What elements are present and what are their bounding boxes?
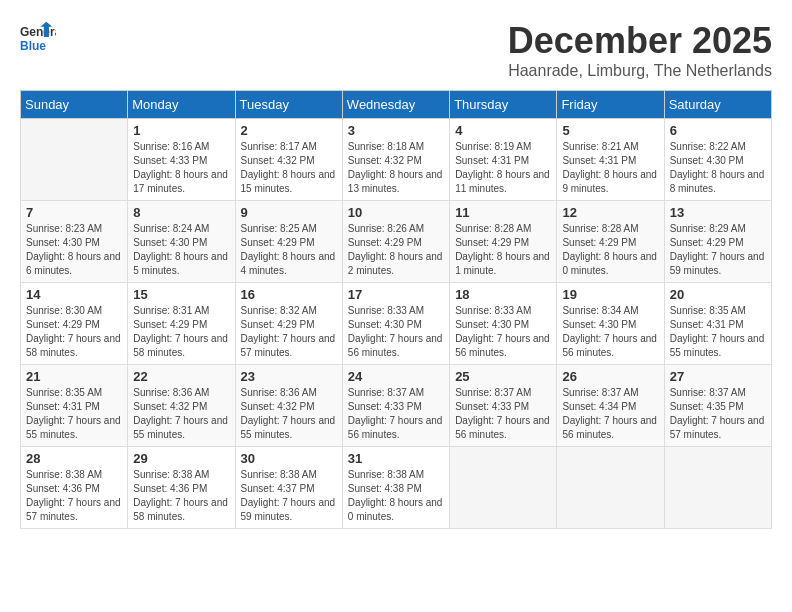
day-info: Sunrise: 8:32 AMSunset: 4:29 PMDaylight:…: [241, 304, 337, 360]
day-info: Sunrise: 8:25 AMSunset: 4:29 PMDaylight:…: [241, 222, 337, 278]
title-section: December 2025 Haanrade, Limburg, The Net…: [508, 20, 772, 80]
calendar-cell: 12 Sunrise: 8:28 AMSunset: 4:29 PMDaylig…: [557, 201, 664, 283]
calendar-cell: 1 Sunrise: 8:16 AMSunset: 4:33 PMDayligh…: [128, 119, 235, 201]
location: Haanrade, Limburg, The Netherlands: [508, 62, 772, 80]
day-number: 24: [348, 369, 444, 384]
day-info: Sunrise: 8:36 AMSunset: 4:32 PMDaylight:…: [133, 386, 229, 442]
calendar-cell: 3 Sunrise: 8:18 AMSunset: 4:32 PMDayligh…: [342, 119, 449, 201]
day-info: Sunrise: 8:17 AMSunset: 4:32 PMDaylight:…: [241, 140, 337, 196]
calendar-cell: 20 Sunrise: 8:35 AMSunset: 4:31 PMDaylig…: [664, 283, 771, 365]
month-title: December 2025: [508, 20, 772, 62]
day-number: 30: [241, 451, 337, 466]
day-number: 13: [670, 205, 766, 220]
header-day-friday: Friday: [557, 91, 664, 119]
day-info: Sunrise: 8:23 AMSunset: 4:30 PMDaylight:…: [26, 222, 122, 278]
logo: General Blue: [20, 20, 56, 56]
day-info: Sunrise: 8:28 AMSunset: 4:29 PMDaylight:…: [562, 222, 658, 278]
calendar-cell: [557, 447, 664, 529]
day-info: Sunrise: 8:30 AMSunset: 4:29 PMDaylight:…: [26, 304, 122, 360]
calendar-cell: 22 Sunrise: 8:36 AMSunset: 4:32 PMDaylig…: [128, 365, 235, 447]
calendar-cell: 18 Sunrise: 8:33 AMSunset: 4:30 PMDaylig…: [450, 283, 557, 365]
day-number: 7: [26, 205, 122, 220]
day-info: Sunrise: 8:26 AMSunset: 4:29 PMDaylight:…: [348, 222, 444, 278]
header-day-monday: Monday: [128, 91, 235, 119]
week-row-1: 1 Sunrise: 8:16 AMSunset: 4:33 PMDayligh…: [21, 119, 772, 201]
week-row-4: 21 Sunrise: 8:35 AMSunset: 4:31 PMDaylig…: [21, 365, 772, 447]
calendar-cell: 15 Sunrise: 8:31 AMSunset: 4:29 PMDaylig…: [128, 283, 235, 365]
day-info: Sunrise: 8:37 AMSunset: 4:35 PMDaylight:…: [670, 386, 766, 442]
header-day-saturday: Saturday: [664, 91, 771, 119]
day-info: Sunrise: 8:29 AMSunset: 4:29 PMDaylight:…: [670, 222, 766, 278]
day-info: Sunrise: 8:37 AMSunset: 4:34 PMDaylight:…: [562, 386, 658, 442]
calendar-cell: 28 Sunrise: 8:38 AMSunset: 4:36 PMDaylig…: [21, 447, 128, 529]
day-number: 28: [26, 451, 122, 466]
calendar-table: SundayMondayTuesdayWednesdayThursdayFrid…: [20, 90, 772, 529]
calendar-cell: 9 Sunrise: 8:25 AMSunset: 4:29 PMDayligh…: [235, 201, 342, 283]
header-day-tuesday: Tuesday: [235, 91, 342, 119]
calendar-cell: [664, 447, 771, 529]
day-number: 20: [670, 287, 766, 302]
header-day-sunday: Sunday: [21, 91, 128, 119]
day-number: 5: [562, 123, 658, 138]
day-info: Sunrise: 8:35 AMSunset: 4:31 PMDaylight:…: [26, 386, 122, 442]
day-info: Sunrise: 8:33 AMSunset: 4:30 PMDaylight:…: [348, 304, 444, 360]
day-number: 1: [133, 123, 229, 138]
svg-text:General: General: [20, 25, 56, 39]
calendar-cell: 7 Sunrise: 8:23 AMSunset: 4:30 PMDayligh…: [21, 201, 128, 283]
calendar-cell: 30 Sunrise: 8:38 AMSunset: 4:37 PMDaylig…: [235, 447, 342, 529]
calendar-cell: 13 Sunrise: 8:29 AMSunset: 4:29 PMDaylig…: [664, 201, 771, 283]
calendar-cell: 5 Sunrise: 8:21 AMSunset: 4:31 PMDayligh…: [557, 119, 664, 201]
week-row-5: 28 Sunrise: 8:38 AMSunset: 4:36 PMDaylig…: [21, 447, 772, 529]
header-day-thursday: Thursday: [450, 91, 557, 119]
day-info: Sunrise: 8:19 AMSunset: 4:31 PMDaylight:…: [455, 140, 551, 196]
header-day-wednesday: Wednesday: [342, 91, 449, 119]
day-info: Sunrise: 8:31 AMSunset: 4:29 PMDaylight:…: [133, 304, 229, 360]
header-row: SundayMondayTuesdayWednesdayThursdayFrid…: [21, 91, 772, 119]
day-info: Sunrise: 8:22 AMSunset: 4:30 PMDaylight:…: [670, 140, 766, 196]
day-number: 31: [348, 451, 444, 466]
day-number: 17: [348, 287, 444, 302]
calendar-cell: 10 Sunrise: 8:26 AMSunset: 4:29 PMDaylig…: [342, 201, 449, 283]
calendar-cell: 2 Sunrise: 8:17 AMSunset: 4:32 PMDayligh…: [235, 119, 342, 201]
day-number: 15: [133, 287, 229, 302]
day-info: Sunrise: 8:21 AMSunset: 4:31 PMDaylight:…: [562, 140, 658, 196]
day-number: 14: [26, 287, 122, 302]
day-number: 27: [670, 369, 766, 384]
day-info: Sunrise: 8:38 AMSunset: 4:38 PMDaylight:…: [348, 468, 444, 524]
day-info: Sunrise: 8:36 AMSunset: 4:32 PMDaylight:…: [241, 386, 337, 442]
page-header: General Blue December 2025 Haanrade, Lim…: [20, 20, 772, 80]
day-number: 25: [455, 369, 551, 384]
day-number: 18: [455, 287, 551, 302]
calendar-cell: 17 Sunrise: 8:33 AMSunset: 4:30 PMDaylig…: [342, 283, 449, 365]
day-info: Sunrise: 8:37 AMSunset: 4:33 PMDaylight:…: [348, 386, 444, 442]
day-number: 11: [455, 205, 551, 220]
day-info: Sunrise: 8:16 AMSunset: 4:33 PMDaylight:…: [133, 140, 229, 196]
calendar-cell: 24 Sunrise: 8:37 AMSunset: 4:33 PMDaylig…: [342, 365, 449, 447]
calendar-cell: 6 Sunrise: 8:22 AMSunset: 4:30 PMDayligh…: [664, 119, 771, 201]
day-info: Sunrise: 8:38 AMSunset: 4:36 PMDaylight:…: [133, 468, 229, 524]
calendar-cell: [450, 447, 557, 529]
calendar-cell: 29 Sunrise: 8:38 AMSunset: 4:36 PMDaylig…: [128, 447, 235, 529]
svg-text:Blue: Blue: [20, 39, 46, 53]
day-number: 12: [562, 205, 658, 220]
day-info: Sunrise: 8:28 AMSunset: 4:29 PMDaylight:…: [455, 222, 551, 278]
day-number: 22: [133, 369, 229, 384]
day-info: Sunrise: 8:38 AMSunset: 4:36 PMDaylight:…: [26, 468, 122, 524]
calendar-cell: 8 Sunrise: 8:24 AMSunset: 4:30 PMDayligh…: [128, 201, 235, 283]
week-row-2: 7 Sunrise: 8:23 AMSunset: 4:30 PMDayligh…: [21, 201, 772, 283]
day-number: 19: [562, 287, 658, 302]
calendar-cell: 11 Sunrise: 8:28 AMSunset: 4:29 PMDaylig…: [450, 201, 557, 283]
logo-svg: General Blue: [20, 20, 56, 56]
calendar-cell: 23 Sunrise: 8:36 AMSunset: 4:32 PMDaylig…: [235, 365, 342, 447]
calendar-cell: 14 Sunrise: 8:30 AMSunset: 4:29 PMDaylig…: [21, 283, 128, 365]
day-number: 2: [241, 123, 337, 138]
day-info: Sunrise: 8:24 AMSunset: 4:30 PMDaylight:…: [133, 222, 229, 278]
calendar-cell: 21 Sunrise: 8:35 AMSunset: 4:31 PMDaylig…: [21, 365, 128, 447]
calendar-cell: 26 Sunrise: 8:37 AMSunset: 4:34 PMDaylig…: [557, 365, 664, 447]
day-number: 3: [348, 123, 444, 138]
day-number: 8: [133, 205, 229, 220]
calendar-cell: 16 Sunrise: 8:32 AMSunset: 4:29 PMDaylig…: [235, 283, 342, 365]
day-number: 23: [241, 369, 337, 384]
day-info: Sunrise: 8:35 AMSunset: 4:31 PMDaylight:…: [670, 304, 766, 360]
calendar-cell: 19 Sunrise: 8:34 AMSunset: 4:30 PMDaylig…: [557, 283, 664, 365]
